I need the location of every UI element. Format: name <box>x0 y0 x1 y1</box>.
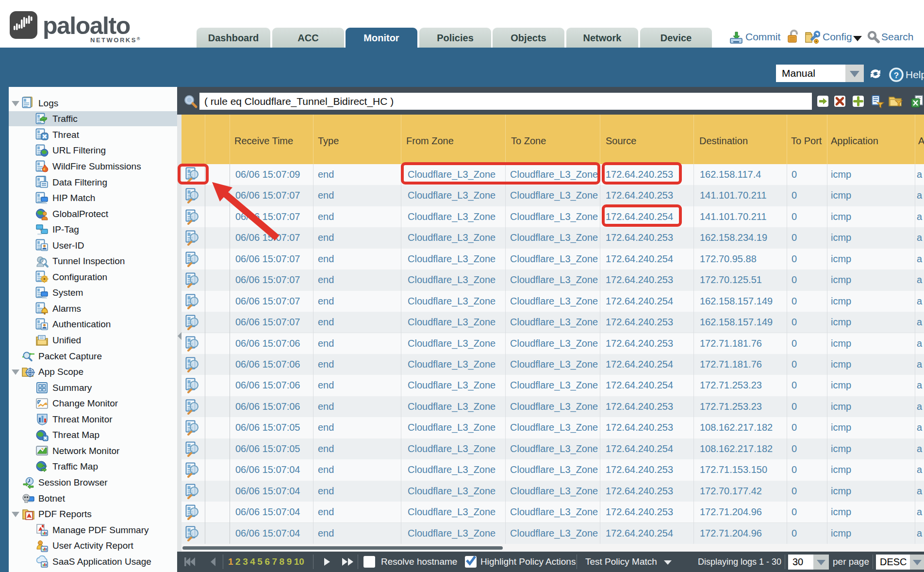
svg-text:?: ? <box>894 71 899 80</box>
